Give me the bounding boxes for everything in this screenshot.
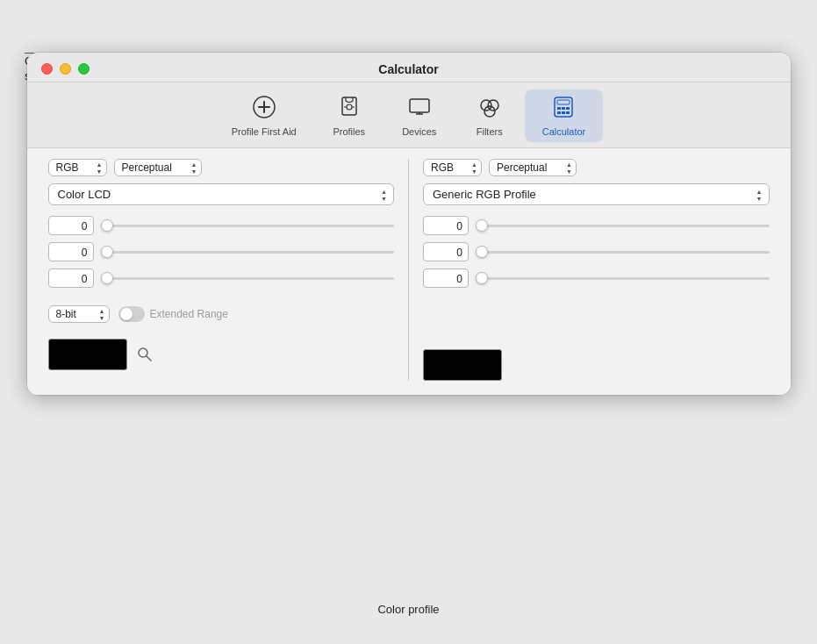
right-color-swatch-row xyxy=(423,349,502,381)
color-picker-button[interactable] xyxy=(134,344,155,365)
left-slider-3-track xyxy=(101,277,395,280)
svg-rect-7 xyxy=(410,99,429,112)
left-profile-select[interactable]: Color LCD xyxy=(48,183,395,205)
left-bit-depth-wrapper: 8-bit 16-bit 32-bit ▲ ▼ xyxy=(48,305,110,323)
column-divider xyxy=(408,159,409,381)
color-profile-annotation: Color profile xyxy=(377,603,439,618)
left-slider-2-track xyxy=(101,251,395,254)
right-color-space-select[interactable]: RGB CMYK Gray Lab xyxy=(423,159,482,176)
left-slider-1: 0 xyxy=(48,216,395,235)
left-slider-3-value: 0 xyxy=(48,268,94,288)
right-slider-1-track xyxy=(476,225,770,227)
extended-range-toggle[interactable] xyxy=(118,306,145,322)
right-panel: RGB CMYK Gray Lab ▲ ▼ Perceptual xyxy=(416,159,777,381)
right-slider-1-track-area[interactable] xyxy=(476,219,770,232)
right-profile-select[interactable]: Generic RGB Profile xyxy=(423,183,770,205)
left-slider-2-thumb[interactable] xyxy=(101,246,113,258)
right-slider-2-thumb[interactable] xyxy=(476,246,488,258)
left-color-space-select[interactable]: RGB CMYK Gray Lab xyxy=(48,159,107,176)
right-slider-3-value: 0 xyxy=(423,268,469,288)
right-slider-3-track xyxy=(476,277,770,280)
left-bit-depth-select[interactable]: 8-bit 16-bit 32-bit xyxy=(48,305,110,323)
left-slider-1-track-area[interactable] xyxy=(101,219,395,232)
left-slider-2-track-area[interactable] xyxy=(101,246,395,258)
toolbar-label-devices: Devices xyxy=(402,126,436,137)
right-rendering-intent-select[interactable]: Perceptual Relative Saturation Absolute xyxy=(489,159,577,176)
right-slider-1-thumb[interactable] xyxy=(476,219,488,232)
left-slider-3: 0 xyxy=(48,268,395,288)
right-slider-3-thumb[interactable] xyxy=(476,272,488,284)
left-profile-wrapper: Color LCD ▲ ▼ xyxy=(48,183,395,205)
svg-rect-18 xyxy=(557,111,561,114)
svg-rect-17 xyxy=(566,107,570,110)
left-color-swatch[interactable] xyxy=(48,339,127,370)
filters-icon xyxy=(477,95,502,123)
toolbar-item-filters[interactable]: Filters xyxy=(455,89,525,142)
right-slider-2-value: 0 xyxy=(423,242,469,261)
svg-line-22 xyxy=(147,356,151,361)
extended-range-label: Extended Range xyxy=(150,308,228,320)
left-bottom-section: 8-bit 16-bit 32-bit ▲ ▼ xyxy=(48,305,395,370)
right-slider-2-track-area[interactable] xyxy=(476,246,770,258)
right-profile-wrapper: Generic RGB Profile ▲ ▼ xyxy=(423,183,770,205)
right-slider-3-track-area[interactable] xyxy=(476,272,770,284)
right-slider-3: 0 xyxy=(423,268,770,288)
minimize-button[interactable] xyxy=(60,63,71,75)
left-slider-1-thumb[interactable] xyxy=(101,219,113,232)
toolbar-item-devices[interactable]: Devices xyxy=(384,89,455,142)
right-rendering-intent-wrapper: Perceptual Relative Saturation Absolute … xyxy=(489,159,577,176)
toolbar-item-profiles[interactable]: Profiles xyxy=(314,89,384,142)
svg-point-12 xyxy=(484,106,495,117)
left-panel: RGB CMYK Gray Lab ▲ ▼ Perceptual xyxy=(41,159,402,381)
left-rendering-intent-select[interactable]: Perceptual Relative Saturation Absolute xyxy=(114,159,202,176)
right-controls-row: RGB CMYK Gray Lab ▲ ▼ Perceptual xyxy=(423,159,770,176)
toggle-knob xyxy=(120,308,133,320)
toolbar-item-profile-first-aid[interactable]: Profile First Aid xyxy=(214,89,314,142)
toolbar: Profile First Aid Profiles xyxy=(27,82,791,148)
left-rendering-intent-wrapper: Perceptual Relative Saturation Absolute … xyxy=(114,159,202,176)
right-slider-2-track xyxy=(476,251,770,254)
calculator-icon xyxy=(551,95,576,123)
titlebar: Calculator xyxy=(27,53,791,82)
toolbar-item-calculator[interactable]: Calculator xyxy=(525,89,604,142)
svg-rect-14 xyxy=(557,100,570,104)
svg-rect-20 xyxy=(566,111,570,114)
main-window: Calculator Profile First Aid xyxy=(27,53,791,395)
profile-first-aid-icon xyxy=(252,95,276,123)
svg-rect-15 xyxy=(557,107,561,110)
content-area: RGB CMYK Gray Lab ▲ ▼ Perceptual xyxy=(27,148,791,395)
devices-icon xyxy=(407,95,432,123)
left-controls-row: RGB CMYK Gray Lab ▲ ▼ Perceptual xyxy=(48,159,395,176)
right-color-swatch[interactable] xyxy=(423,349,502,381)
right-color-space-wrapper: RGB CMYK Gray Lab ▲ ▼ xyxy=(423,159,482,176)
left-slider-1-value: 0 xyxy=(48,216,94,235)
maximize-button[interactable] xyxy=(78,63,90,75)
left-slider-3-thumb[interactable] xyxy=(101,272,113,284)
right-bottom-section xyxy=(423,340,770,381)
svg-rect-3 xyxy=(342,97,356,115)
left-slider-3-track-area[interactable] xyxy=(101,272,395,284)
profiles-icon xyxy=(337,95,362,123)
extended-range-toggle-wrapper: Extended Range xyxy=(118,306,228,322)
svg-rect-19 xyxy=(562,111,565,114)
left-color-swatch-row xyxy=(48,339,155,370)
svg-point-4 xyxy=(347,104,352,110)
left-slider-2: 0 xyxy=(48,242,395,261)
right-slider-2: 0 xyxy=(423,242,770,261)
window-controls xyxy=(41,63,90,75)
toolbar-label-profile-first-aid: Profile First Aid xyxy=(232,126,297,137)
right-slider-1-value: 0 xyxy=(423,216,469,235)
toolbar-label-filters: Filters xyxy=(477,126,503,137)
close-button[interactable] xyxy=(41,63,53,75)
left-slider-2-value: 0 xyxy=(48,242,94,261)
window-title: Calculator xyxy=(378,62,438,76)
toolbar-label-profiles: Profiles xyxy=(333,126,365,137)
svg-rect-16 xyxy=(562,107,565,110)
toolbar-label-calculator: Calculator xyxy=(542,126,586,137)
left-bit-depth-row: 8-bit 16-bit 32-bit ▲ ▼ xyxy=(48,305,228,323)
svg-point-11 xyxy=(488,100,498,111)
left-slider-1-track xyxy=(101,225,395,227)
columns-layout: RGB CMYK Gray Lab ▲ ▼ Perceptual xyxy=(41,159,777,381)
left-color-space-wrapper: RGB CMYK Gray Lab ▲ ▼ xyxy=(48,159,107,176)
right-slider-1: 0 xyxy=(423,216,770,235)
